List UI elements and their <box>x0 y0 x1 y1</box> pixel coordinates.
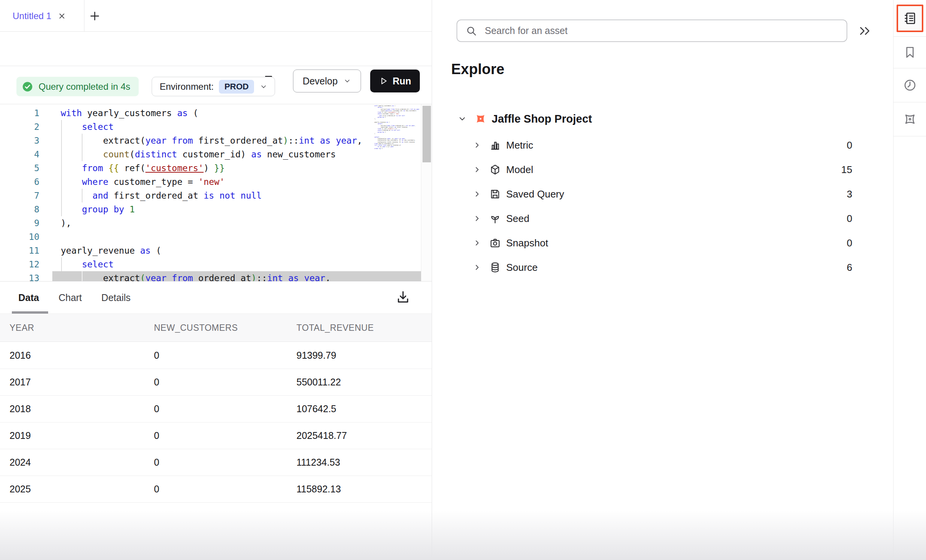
chevron-right-icon <box>473 141 482 150</box>
explore-panel: Explore Jaffle Shop Project Metric0Model… <box>432 0 893 560</box>
history-icon <box>903 78 917 92</box>
search-input[interactable] <box>484 25 847 37</box>
sql-code-editor[interactable]: 1with yearly_customers as (2 select3 ext… <box>0 104 432 282</box>
rail-button-history[interactable] <box>894 68 926 102</box>
tree-item-count: 6 <box>847 262 852 274</box>
line-number: 6 <box>0 175 39 189</box>
code-text: where customer_type = 'new' <box>39 175 225 189</box>
snapshot-icon <box>489 237 501 249</box>
editor-toolbar: Develop Run <box>0 32 432 66</box>
environment-value-chip: PROD <box>219 80 254 94</box>
scrollbar-thumb[interactable] <box>423 106 431 162</box>
chevron-right-icon <box>473 214 482 223</box>
play-icon <box>379 76 388 86</box>
code-text <box>39 230 61 244</box>
bookmark-icon <box>903 45 917 59</box>
code-line: 9), <box>0 216 432 230</box>
table-cell: 2025418.77 <box>296 430 432 441</box>
table-cell: 115892.13 <box>296 484 432 495</box>
run-button[interactable]: Run <box>370 70 420 92</box>
right-icon-rail <box>893 0 926 560</box>
table-cell: 2017 <box>10 377 154 388</box>
tree-item-count: 0 <box>847 139 852 151</box>
tree-item-count: 3 <box>847 188 852 200</box>
project-name: Jaffle Shop Project <box>492 113 592 125</box>
code-text: group by 1 <box>39 202 135 216</box>
environment-select[interactable]: Environment: PROD <box>152 77 275 96</box>
tree-item-count: 0 <box>847 237 852 249</box>
tree-item-seed[interactable]: Seed0 <box>432 206 875 231</box>
tree-item-model[interactable]: Model15 <box>432 157 875 182</box>
table-cell: 2016 <box>10 350 154 361</box>
editor-scrollbar[interactable] <box>421 104 432 282</box>
project-tree-root[interactable]: Jaffle Shop Project <box>432 110 875 128</box>
line-number: 13 <box>0 271 39 282</box>
collapse-panel-icon[interactable] <box>858 24 872 38</box>
results-tab-chart[interactable]: Chart <box>58 292 82 303</box>
editor-tab-untitled[interactable]: Untitled 1 <box>0 0 74 32</box>
code-text: extract(year from first_ordered_at)::int… <box>39 134 362 147</box>
line-number: 11 <box>0 244 39 257</box>
line-number: 4 <box>0 147 39 161</box>
code-text: select <box>39 120 113 134</box>
table-cell: 0 <box>154 377 296 388</box>
close-icon[interactable] <box>57 11 66 21</box>
tree-item-label: Source <box>506 262 537 274</box>
code-text: ), <box>39 216 71 230</box>
table-row: 201902025418.77 <box>0 422 432 449</box>
asset-search[interactable] <box>457 19 847 42</box>
chevron-right-icon <box>473 238 482 248</box>
editor-minimap[interactable]: with yearly_customers as ( select extrac… <box>374 105 419 159</box>
results-table-body: 2016091399.7920170550011.2220180107642.5… <box>0 342 432 503</box>
download-icon[interactable] <box>395 290 411 306</box>
line-number: 3 <box>0 134 39 147</box>
new-tab-button[interactable] <box>89 10 101 22</box>
chevron-down-icon <box>457 114 467 124</box>
results-tab-details[interactable]: Details <box>101 292 130 303</box>
tree-item-label: Seed <box>506 213 529 225</box>
tree-item-metric[interactable]: Metric0 <box>432 133 875 157</box>
check-circle-icon <box>22 81 33 92</box>
table-cell: 550011.22 <box>296 377 432 388</box>
chevron-down-icon <box>259 83 268 91</box>
tree-item-source[interactable]: Source6 <box>432 255 875 280</box>
table-row: 20180107642.5 <box>0 396 432 422</box>
code-line: 1with yearly_customers as ( <box>0 106 432 120</box>
results-tab-bar: DataChartDetails <box>0 282 432 314</box>
chevron-right-icon <box>473 165 482 174</box>
line-number: 5 <box>0 161 39 175</box>
tree-item-saved-query[interactable]: Saved Query3 <box>432 182 875 206</box>
table-cell: 2024 <box>10 457 154 468</box>
code-text: from {{ ref('customers') }} <box>39 161 225 175</box>
rail-button-dbt-logo[interactable] <box>894 102 926 136</box>
rail-button-catalog[interactable] <box>894 0 926 37</box>
code-line: 2 select <box>0 120 432 134</box>
results-table-header: YEARNEW_CUSTOMERSTOTAL_REVENUE <box>0 314 432 342</box>
results-tabs: DataChartDetails <box>18 282 131 314</box>
develop-dropdown[interactable]: Develop <box>293 70 361 92</box>
table-row: 20170550011.22 <box>0 369 432 396</box>
code-text: with yearly_customers as ( <box>39 106 198 120</box>
chevron-right-icon <box>473 189 482 199</box>
line-number: 12 <box>0 257 39 271</box>
explore-title: Explore <box>451 61 504 78</box>
catalog-icon <box>903 11 917 25</box>
table-cell: 2018 <box>10 403 154 414</box>
table-row: 20240111234.53 <box>0 449 432 476</box>
code-line: 4 count(distinct customer_id) as new_cus… <box>0 147 432 161</box>
code-line: 8 group by 1 <box>0 202 432 216</box>
code-line: 11yearly_revenue as ( <box>0 244 432 257</box>
results-tab-data[interactable]: Data <box>18 292 39 303</box>
tree-item-label: Snapshot <box>506 237 548 249</box>
app-root: Untitled 1 Develop Run Query completed i… <box>0 0 926 560</box>
tree-item-snapshot[interactable]: Snapshot0 <box>432 231 875 255</box>
line-number: 2 <box>0 120 39 134</box>
code-line: 5 from {{ ref('customers') }} <box>0 161 432 175</box>
table-cell: 0 <box>154 457 296 468</box>
column-header: TOTAL_REVENUE <box>296 323 432 333</box>
code-text: yearly_revenue as ( <box>39 244 161 257</box>
rail-button-bookmark[interactable] <box>894 37 926 68</box>
code-text: and first_ordered_at is not null <box>39 189 262 202</box>
chevron-down-icon <box>343 77 351 85</box>
code-lines: 1with yearly_customers as (2 select3 ext… <box>0 106 432 282</box>
